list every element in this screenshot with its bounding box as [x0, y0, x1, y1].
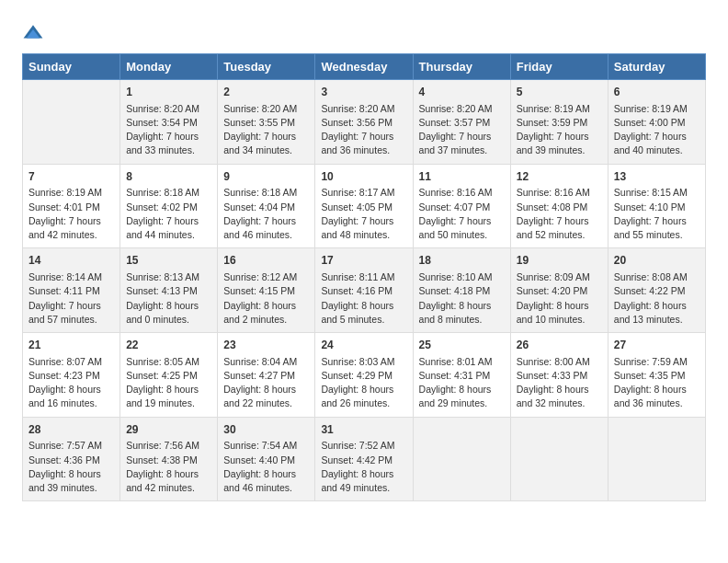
day-number: 13 — [614, 169, 700, 185]
day-number: 14 — [28, 253, 114, 269]
day-number: 8 — [126, 169, 211, 185]
calendar-cell: 7Sunrise: 8:19 AMSunset: 4:01 PMDaylight… — [23, 164, 120, 248]
day-number: 28 — [28, 422, 114, 438]
calendar-cell: 1Sunrise: 8:20 AMSunset: 3:54 PMDaylight… — [120, 80, 218, 165]
day-number: 6 — [614, 85, 700, 100]
calendar-cell: 28Sunrise: 7:57 AMSunset: 4:36 PMDayligh… — [23, 417, 120, 501]
day-info: Sunrise: 8:18 AMSunset: 4:04 PMDaylight:… — [223, 186, 309, 242]
calendar-cell: 5Sunrise: 8:19 AMSunset: 3:59 PMDaylight… — [510, 80, 608, 165]
calendar-cell: 30Sunrise: 7:54 AMSunset: 4:40 PMDayligh… — [218, 417, 315, 501]
column-header-friday: Friday — [510, 54, 608, 80]
day-info: Sunrise: 8:14 AMSunset: 4:11 PMDaylight:… — [28, 270, 114, 327]
calendar-cell: 21Sunrise: 8:07 AMSunset: 4:23 PMDayligh… — [23, 333, 120, 418]
day-info: Sunrise: 7:54 AMSunset: 4:40 PMDaylight:… — [223, 439, 309, 495]
day-info: Sunrise: 8:01 AMSunset: 4:31 PMDaylight:… — [419, 355, 505, 411]
calendar-cell — [608, 417, 705, 501]
calendar-cell: 14Sunrise: 8:14 AMSunset: 4:11 PMDayligh… — [23, 248, 120, 333]
calendar-cell: 3Sunrise: 8:20 AMSunset: 3:56 PMDaylight… — [315, 80, 413, 165]
calendar-cell: 4Sunrise: 8:20 AMSunset: 3:57 PMDaylight… — [413, 80, 510, 165]
day-number: 9 — [223, 169, 309, 185]
day-info: Sunrise: 8:16 AMSunset: 4:07 PMDaylight:… — [419, 186, 505, 242]
day-number: 16 — [223, 253, 309, 269]
calendar-cell: 25Sunrise: 8:01 AMSunset: 4:31 PMDayligh… — [413, 333, 510, 418]
calendar-week-row: 1Sunrise: 8:20 AMSunset: 3:54 PMDaylight… — [23, 80, 706, 165]
calendar-cell: 6Sunrise: 8:19 AMSunset: 4:00 PMDaylight… — [608, 80, 705, 165]
day-info: Sunrise: 8:18 AMSunset: 4:02 PMDaylight:… — [126, 186, 211, 242]
column-header-sunday: Sunday — [23, 54, 120, 80]
calendar-cell — [23, 80, 120, 165]
calendar-cell: 11Sunrise: 8:16 AMSunset: 4:07 PMDayligh… — [413, 164, 510, 248]
day-number: 31 — [321, 422, 406, 438]
calendar-cell: 15Sunrise: 8:13 AMSunset: 4:13 PMDayligh… — [120, 248, 218, 333]
day-number: 17 — [321, 253, 406, 269]
calendar-week-row: 21Sunrise: 8:07 AMSunset: 4:23 PMDayligh… — [23, 333, 706, 418]
day-number: 30 — [223, 422, 309, 438]
column-header-thursday: Thursday — [413, 54, 510, 80]
column-header-tuesday: Tuesday — [218, 54, 315, 80]
calendar-cell: 24Sunrise: 8:03 AMSunset: 4:29 PMDayligh… — [315, 333, 413, 418]
calendar-cell: 16Sunrise: 8:12 AMSunset: 4:15 PMDayligh… — [218, 248, 315, 333]
day-number: 26 — [517, 338, 602, 353]
day-info: Sunrise: 8:03 AMSunset: 4:29 PMDaylight:… — [321, 355, 406, 411]
day-number: 4 — [419, 85, 505, 100]
day-info: Sunrise: 8:05 AMSunset: 4:25 PMDaylight:… — [126, 355, 211, 411]
day-info: Sunrise: 8:15 AMSunset: 4:10 PMDaylight:… — [614, 186, 700, 242]
day-info: Sunrise: 8:17 AMSunset: 4:05 PMDaylight:… — [321, 186, 406, 242]
day-number: 24 — [321, 338, 406, 353]
logo-icon — [22, 22, 44, 44]
day-info: Sunrise: 8:19 AMSunset: 3:59 PMDaylight:… — [517, 102, 602, 158]
calendar-cell: 2Sunrise: 8:20 AMSunset: 3:55 PMDaylight… — [218, 80, 315, 165]
day-number: 29 — [126, 422, 211, 438]
day-number: 3 — [321, 85, 406, 100]
day-info: Sunrise: 8:12 AMSunset: 4:15 PMDaylight:… — [223, 270, 309, 327]
day-number: 23 — [223, 338, 309, 353]
calendar-cell: 31Sunrise: 7:52 AMSunset: 4:42 PMDayligh… — [315, 417, 413, 501]
day-info: Sunrise: 8:20 AMSunset: 3:57 PMDaylight:… — [419, 102, 505, 158]
day-info: Sunrise: 8:13 AMSunset: 4:13 PMDaylight:… — [126, 270, 211, 327]
column-header-monday: Monday — [120, 54, 218, 80]
day-info: Sunrise: 8:19 AMSunset: 4:01 PMDaylight:… — [28, 186, 114, 242]
column-header-saturday: Saturday — [608, 54, 705, 80]
logo — [22, 22, 48, 44]
day-number: 25 — [419, 338, 505, 353]
day-info: Sunrise: 8:19 AMSunset: 4:00 PMDaylight:… — [614, 102, 700, 158]
day-number: 22 — [126, 338, 211, 353]
calendar-cell: 26Sunrise: 8:00 AMSunset: 4:33 PMDayligh… — [510, 333, 608, 418]
day-number: 10 — [321, 169, 406, 185]
day-info: Sunrise: 8:16 AMSunset: 4:08 PMDaylight:… — [517, 186, 602, 242]
calendar-cell — [413, 417, 510, 501]
day-info: Sunrise: 8:04 AMSunset: 4:27 PMDaylight:… — [223, 355, 309, 411]
day-number: 21 — [28, 338, 114, 353]
calendar-cell — [510, 417, 608, 501]
day-info: Sunrise: 8:10 AMSunset: 4:18 PMDaylight:… — [419, 270, 505, 327]
day-number: 27 — [614, 338, 700, 353]
day-info: Sunrise: 8:20 AMSunset: 3:54 PMDaylight:… — [126, 102, 211, 158]
day-number: 11 — [419, 169, 505, 185]
calendar-cell: 20Sunrise: 8:08 AMSunset: 4:22 PMDayligh… — [608, 248, 705, 333]
day-info: Sunrise: 8:20 AMSunset: 3:56 PMDaylight:… — [321, 102, 406, 158]
calendar-cell: 8Sunrise: 8:18 AMSunset: 4:02 PMDaylight… — [120, 164, 218, 248]
calendar-table: SundayMondayTuesdayWednesdayThursdayFrid… — [22, 53, 706, 501]
calendar-cell: 27Sunrise: 7:59 AMSunset: 4:35 PMDayligh… — [608, 333, 705, 418]
day-info: Sunrise: 8:11 AMSunset: 4:16 PMDaylight:… — [321, 270, 406, 327]
calendar-header-row: SundayMondayTuesdayWednesdayThursdayFrid… — [23, 54, 706, 80]
day-info: Sunrise: 7:59 AMSunset: 4:35 PMDaylight:… — [614, 355, 700, 411]
day-number: 15 — [126, 253, 211, 269]
calendar-cell: 17Sunrise: 8:11 AMSunset: 4:16 PMDayligh… — [315, 248, 413, 333]
day-info: Sunrise: 8:00 AMSunset: 4:33 PMDaylight:… — [517, 355, 602, 411]
day-info: Sunrise: 7:52 AMSunset: 4:42 PMDaylight:… — [321, 439, 406, 495]
calendar-cell: 12Sunrise: 8:16 AMSunset: 4:08 PMDayligh… — [510, 164, 608, 248]
day-number: 2 — [223, 85, 309, 100]
calendar-cell: 29Sunrise: 7:56 AMSunset: 4:38 PMDayligh… — [120, 417, 218, 501]
calendar-cell: 18Sunrise: 8:10 AMSunset: 4:18 PMDayligh… — [413, 248, 510, 333]
calendar-cell: 10Sunrise: 8:17 AMSunset: 4:05 PMDayligh… — [315, 164, 413, 248]
day-info: Sunrise: 7:57 AMSunset: 4:36 PMDaylight:… — [28, 439, 114, 495]
calendar-week-row: 7Sunrise: 8:19 AMSunset: 4:01 PMDaylight… — [23, 164, 706, 248]
day-number: 19 — [517, 253, 602, 269]
day-number: 1 — [126, 85, 211, 100]
column-header-wednesday: Wednesday — [315, 54, 413, 80]
day-number: 12 — [517, 169, 602, 185]
calendar-cell: 22Sunrise: 8:05 AMSunset: 4:25 PMDayligh… — [120, 333, 218, 418]
day-info: Sunrise: 8:09 AMSunset: 4:20 PMDaylight:… — [517, 270, 602, 327]
header — [22, 18, 706, 44]
